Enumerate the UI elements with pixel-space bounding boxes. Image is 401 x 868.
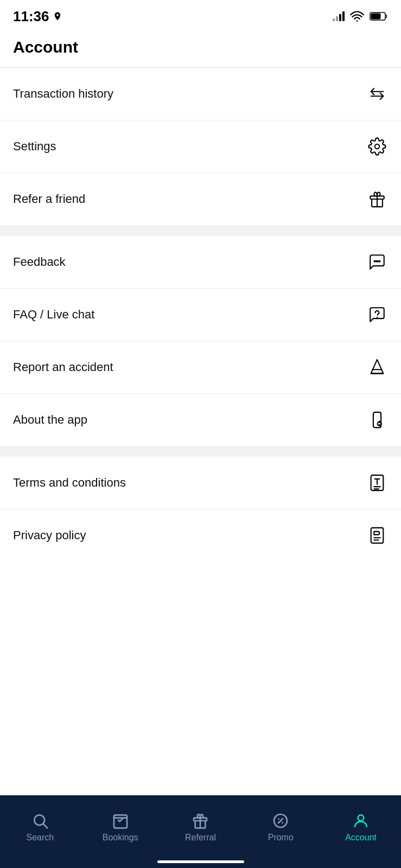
location-icon — [53, 11, 62, 21]
chat-dots-icon — [366, 251, 388, 273]
nav-search[interactable]: Search — [0, 812, 80, 843]
promo-nav-icon — [272, 812, 289, 829]
nav-promo[interactable]: Promo — [240, 812, 321, 843]
home-bar — [157, 860, 244, 863]
gear-icon — [366, 136, 388, 157]
wifi-icon — [350, 11, 364, 22]
account-nav-icon — [352, 812, 370, 829]
refer-friend-item[interactable]: Refer a friend — [0, 173, 401, 225]
support-section: Feedback FAQ / Live chat Report an accid… — [0, 236, 401, 446]
page-title: Account — [13, 38, 388, 56]
svg-rect-22 — [371, 528, 384, 543]
nav-account[interactable]: Account — [321, 812, 401, 843]
svg-point-5 — [374, 260, 375, 261]
content-spacer — [0, 561, 401, 795]
feedback-label: Feedback — [13, 255, 66, 269]
referral-nav-icon — [192, 812, 209, 829]
svg-point-33 — [282, 822, 283, 824]
bookings-nav-icon — [112, 812, 129, 829]
doc-t-icon — [366, 472, 388, 494]
svg-point-34 — [358, 815, 364, 821]
chat-question-icon — [366, 304, 388, 326]
doc-p-icon — [366, 525, 388, 546]
svg-point-7 — [379, 260, 380, 261]
account-section: Transaction history Settings Refer a fri… — [0, 68, 401, 225]
terms-label: Terms and conditions — [13, 476, 126, 490]
section-gap-2 — [0, 446, 401, 457]
report-accident-label: Report an accident — [13, 360, 113, 374]
svg-point-3 — [375, 144, 380, 149]
svg-point-6 — [377, 260, 378, 261]
transfer-icon — [366, 83, 388, 105]
bottom-nav: Search Bookings Referral Promo — [0, 795, 401, 855]
nav-bookings[interactable]: Bookings — [80, 812, 161, 843]
faq-label: FAQ / Live chat — [13, 308, 94, 322]
svg-rect-2 — [371, 14, 381, 20]
about-app-label: About the app — [13, 413, 87, 427]
feedback-item[interactable]: Feedback — [0, 236, 401, 289]
svg-point-32 — [278, 818, 280, 820]
transaction-history-item[interactable]: Transaction history — [0, 68, 401, 120]
gift-icon — [366, 188, 388, 210]
nav-account-label: Account — [345, 833, 377, 843]
svg-point-8 — [377, 317, 378, 318]
svg-marker-9 — [371, 360, 384, 374]
status-time: 11:36 — [13, 8, 62, 25]
svg-line-26 — [43, 824, 47, 828]
search-nav-icon — [31, 812, 49, 829]
settings-label: Settings — [13, 139, 56, 154]
faq-item[interactable]: FAQ / Live chat — [0, 289, 401, 341]
privacy-item[interactable]: Privacy policy — [0, 509, 401, 561]
svg-point-16 — [379, 420, 380, 421]
nav-promo-label: Promo — [268, 833, 294, 843]
cone-icon — [366, 356, 388, 378]
page-title-section: Account — [0, 29, 401, 68]
nav-referral[interactable]: Referral — [161, 812, 241, 843]
terms-item[interactable]: Terms and conditions — [0, 457, 401, 509]
svg-point-0 — [357, 20, 358, 22]
report-accident-item[interactable]: Report an accident — [0, 341, 401, 394]
battery-icon — [370, 11, 388, 21]
nav-bookings-label: Bookings — [103, 833, 138, 843]
about-app-item[interactable]: About the app — [0, 394, 401, 446]
privacy-label: Privacy policy — [13, 528, 86, 542]
status-bar: 11:36 — [0, 0, 401, 29]
settings-item[interactable]: Settings — [0, 120, 401, 173]
nav-search-label: Search — [27, 833, 54, 843]
refer-friend-label: Refer a friend — [13, 192, 85, 206]
transaction-history-label: Transaction history — [13, 87, 113, 101]
status-icons — [333, 11, 388, 22]
home-indicator — [0, 855, 401, 868]
phone-info-icon — [366, 409, 388, 431]
signal-bars-icon — [333, 11, 345, 21]
section-gap-1 — [0, 225, 401, 236]
nav-referral-label: Referral — [185, 833, 216, 843]
legal-section: Terms and conditions Privacy policy — [0, 457, 401, 561]
